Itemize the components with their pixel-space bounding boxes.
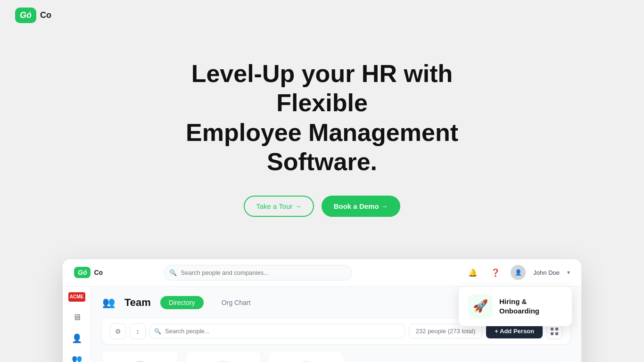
sort-icon-btn[interactable]: ↕ — [130, 323, 146, 339]
app-logo-badge: Gó — [74, 267, 91, 278]
people-search-input[interactable] — [149, 324, 405, 338]
app-logo: Gó Co — [74, 267, 103, 278]
book-demo-button[interactable]: Book a Demo → — [322, 196, 400, 217]
tab-org-chart[interactable]: Org Chart — [213, 296, 259, 309]
help-icon[interactable]: ❓ — [488, 265, 503, 280]
app-sidebar: ACME 🖥 👤 👥 🔧 — [63, 287, 91, 362]
user-name: John Doe — [533, 269, 560, 276]
app-logo-co: Co — [94, 269, 103, 276]
add-person-button[interactable]: + Add Person — [486, 324, 543, 338]
toolbar-search[interactable]: 🔍 — [149, 324, 405, 338]
bell-icon[interactable]: 🔔 — [465, 265, 480, 280]
person-card-3[interactable]: 👨 — [268, 352, 344, 362]
filter-icon-btn[interactable]: ⚙ — [110, 323, 126, 339]
people-count-badge: 232 people (273 total) — [409, 324, 482, 338]
sidebar-icon-person[interactable]: 👤 — [68, 330, 85, 347]
logo-co-text: Co — [40, 10, 51, 20]
top-nav: Gó Co — [0, 0, 644, 31]
logo-badge: Gó — [15, 8, 36, 23]
sidebar-icon-team[interactable]: 👥 — [68, 351, 85, 362]
take-tour-button[interactable]: Take a Tour → — [244, 196, 314, 217]
team-title: Team — [124, 296, 151, 309]
app-search-bar[interactable]: 🔍 — [164, 265, 352, 280]
tab-directory[interactable]: Directory — [160, 296, 204, 309]
hero-title: Level-Up your HR with Flexible Employee … — [157, 59, 487, 177]
svg-rect-1 — [555, 328, 558, 330]
acme-logo: ACME — [68, 292, 85, 302]
logo-container: Gó Co — [15, 8, 51, 23]
app-screenshot: Gó Co 🔍 🔔 ❓ 👤 John Doe ▾ ACME 🖥 👤 👥 🔧 — [63, 259, 581, 362]
svg-rect-2 — [551, 332, 553, 335]
app-search-input[interactable] — [164, 265, 352, 280]
app-logo-go: Gó — [78, 269, 87, 276]
hero-buttons: Take a Tour → Book a Demo → — [9, 196, 635, 217]
svg-rect-0 — [551, 328, 553, 330]
user-avatar: 👤 — [511, 265, 526, 280]
svg-rect-3 — [555, 332, 558, 335]
toolbar-search-icon: 🔍 — [154, 328, 161, 335]
hiring-title: Hiring &Onboarding — [499, 297, 539, 315]
logo-go-text: Gó — [20, 10, 32, 20]
hero-section: Level-Up your HR with Flexible Employee … — [0, 31, 644, 259]
hiring-icon: 🚀 — [468, 294, 493, 319]
person-card-2[interactable]: 🧑 — [185, 352, 261, 362]
sidebar-icon-monitor[interactable]: 🖥 — [68, 309, 85, 326]
team-icon: 👥 — [102, 296, 115, 309]
person-card-1[interactable]: 👩 — [102, 352, 178, 362]
app-header-right: 🔔 ❓ 👤 John Doe ▾ — [465, 265, 570, 280]
hiring-onboarding-popup[interactable]: 🚀 Hiring &Onboarding — [459, 287, 572, 326]
app-header: Gó Co 🔍 🔔 ❓ 👤 John Doe ▾ — [63, 259, 581, 287]
search-icon: 🔍 — [169, 269, 177, 276]
people-cards-row: 👩 🧑 👨 — [102, 352, 570, 362]
user-dropdown-icon[interactable]: ▾ — [567, 269, 570, 276]
